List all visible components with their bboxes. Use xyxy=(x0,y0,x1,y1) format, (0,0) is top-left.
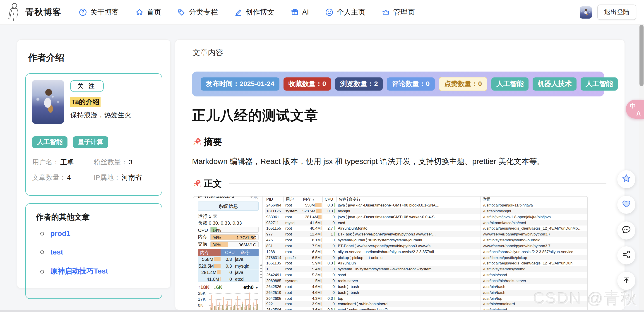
mem-bar-chip xyxy=(214,264,220,268)
brand[interactable]: 青秋博客 xyxy=(6,2,62,23)
author-tag: 量子计算 xyxy=(73,136,108,148)
proc-pid: 2456494 xyxy=(266,202,284,208)
proc-pid: 977 xyxy=(266,232,284,237)
intro-text: 保持浪漫，热爱生火 xyxy=(70,111,131,120)
star-icon xyxy=(622,174,631,185)
author-sidebar: 作者介绍 关 注 Ta的介绍 保持浪漫，热爱生火 人工智能量子计算 用户名：王卓… xyxy=(17,40,171,288)
stat-value: 3 xyxy=(128,158,132,166)
upload-bar xyxy=(216,299,218,310)
crown-icon xyxy=(382,8,390,16)
logout-button[interactable]: 退出登陆 xyxy=(597,4,636,20)
proc-cpu-value: 1 xyxy=(331,232,333,236)
user-avatar[interactable] xyxy=(580,6,592,18)
page-scrollbar[interactable] xyxy=(639,0,644,312)
mini-cpu: 0 xyxy=(220,270,233,276)
dashed-divider xyxy=(357,302,358,306)
float-share-button[interactable] xyxy=(617,246,636,264)
body-section-head: 正文 xyxy=(192,178,606,190)
proc-path: /usr/local/bin/redis-server xyxy=(480,278,588,284)
mem-bar-chip xyxy=(321,250,322,254)
proc-cmdline: usr/local/share/aliyun-assist/2.2.3.857/… xyxy=(364,249,438,255)
scrollbar-thumb[interactable] xyxy=(640,25,644,86)
float-star-button[interactable] xyxy=(617,170,636,188)
proc-mem-value: 3.6M xyxy=(312,308,321,310)
bullet-circle-icon xyxy=(40,232,44,236)
proc-mem: 5.9M xyxy=(301,260,322,266)
follow-button[interactable]: 关 注 xyxy=(70,80,104,92)
nav-item-管理页[interactable]: 管理页 xyxy=(382,8,415,17)
nav-item-个人主页[interactable]: 个人主页 xyxy=(325,8,366,17)
nav-item-关于博客[interactable]: 关于博客 xyxy=(79,8,119,17)
smiley-icon xyxy=(325,8,333,16)
grid-label: 25K xyxy=(198,291,206,296)
proc-pid: 932711 xyxy=(266,220,284,226)
meta-badge: 收藏数量：0 xyxy=(283,78,331,90)
process-row: 2456494root558M0.3javajava -jar -Duser.t… xyxy=(266,202,588,208)
dashed-divider xyxy=(347,308,348,310)
proc-name-cmd: javajava -jar -Duser.timezone=GMT+08 wor… xyxy=(336,214,480,220)
article-link-item[interactable]: 原神启动技巧Test xyxy=(40,267,155,276)
proc-cmdline: ww/server/panel/pyenv/bin/python3 /www/s… xyxy=(357,243,434,249)
system-info-button[interactable]: 系统信息 xyxy=(198,202,258,210)
proc-cmdline: java -jar -Duser.timezone=GMT+08 blog-0.… xyxy=(348,202,439,208)
translate-toggle[interactable]: 中 A xyxy=(626,100,644,119)
proc-mem: 40.4M xyxy=(301,226,322,232)
back-to-top-icon xyxy=(622,275,631,286)
interface-select[interactable]: eth0 ▼ xyxy=(244,284,258,290)
float-heart-button[interactable] xyxy=(617,196,636,214)
download-bar xyxy=(237,308,238,310)
download-bar xyxy=(218,307,219,310)
proc-cpu: 0 xyxy=(322,301,336,307)
process-row: 933061root281.4M0javajava -jar -Duser.ti… xyxy=(266,214,588,220)
mem-bar-chip xyxy=(214,257,220,261)
mini-cmd: mysqld xyxy=(233,263,258,269)
stat-粉丝数量: 粉丝数量：3 xyxy=(94,158,155,167)
proc-user: root xyxy=(284,266,301,272)
stat-文章数量: 文章数量：4 xyxy=(32,174,94,182)
mem-bar-chip xyxy=(321,290,322,294)
article-link[interactable]: test xyxy=(50,248,63,256)
article-link-item[interactable]: prod1 xyxy=(40,230,155,238)
article-link[interactable]: 原神启动技巧Test xyxy=(50,267,108,276)
bar-slot xyxy=(244,307,244,310)
proc-path: /usr/local/openjdk-11/bin/java xyxy=(480,202,588,208)
proc-user: postfix xyxy=(284,255,301,260)
proc-cpu-value: 0 xyxy=(333,220,335,225)
bar-slot xyxy=(240,305,240,310)
nav-item-分类专栏[interactable]: 分类专栏 xyxy=(178,8,218,17)
proc-cpu-value: 0 xyxy=(333,302,335,306)
process-row: 1811126system…528.5M0.3mysqld/usr/sbin/m… xyxy=(266,208,588,214)
proc-name: aliyun-service xyxy=(338,249,362,255)
share-icon xyxy=(622,250,631,261)
process-row: 1288root6.8M0aliyun-serviceusr/local/sha… xyxy=(266,249,588,255)
proc-pid: 922 xyxy=(266,301,284,307)
proc-mem: 3.6M xyxy=(301,307,322,310)
proc-mem-value: 40.4M xyxy=(310,226,321,231)
download-bar xyxy=(222,305,223,310)
copy-button[interactable]: 复制 xyxy=(249,196,258,200)
upload-bar xyxy=(230,307,231,310)
float-back-to-top-button[interactable] xyxy=(617,272,636,290)
article-link-item[interactable]: test xyxy=(40,248,155,256)
bar-slot xyxy=(211,295,212,310)
proc-cpu-value: 0.3 xyxy=(328,261,333,266)
other-articles-title: 作者的其他文章 xyxy=(36,212,155,222)
proc-mem-value: 3.9M xyxy=(312,302,321,306)
proc-mem-value: 4.6M xyxy=(312,284,321,289)
page: 青秋博客 关于博客首页分类专栏创作博文AI个人主页管理页 退出登陆 作者介绍 关… xyxy=(0,0,644,312)
proc-mem-value: 5M xyxy=(315,278,321,283)
bar-slot xyxy=(219,302,220,310)
mem-bar-chip xyxy=(321,273,322,277)
proc-mem: 7.5M xyxy=(301,243,322,249)
float-comment-button[interactable] xyxy=(617,222,636,240)
nav-item-首页[interactable]: 首页 xyxy=(136,8,161,17)
cpu-tick xyxy=(334,262,335,265)
proc-user: system… xyxy=(284,208,301,214)
gauge-label: 交换 xyxy=(198,241,208,247)
nav-item-创作博文[interactable]: 创作博文 xyxy=(234,8,274,17)
proc-path: /opt/bitnami/etcd/bin/etcd xyxy=(480,220,588,226)
nav-item-AI[interactable]: AI xyxy=(291,8,309,16)
article-link[interactable]: prod1 xyxy=(50,230,70,238)
article-title: 正儿八经的测试文章 xyxy=(192,106,606,125)
nav-right: 退出登陆 xyxy=(580,4,636,20)
